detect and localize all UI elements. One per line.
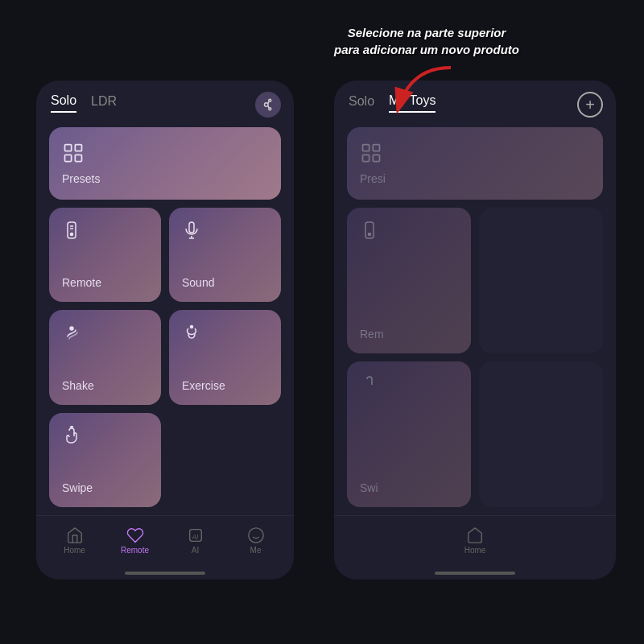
cards-grid: Remote Sound xyxy=(49,208,281,507)
remote-label: Remote xyxy=(62,276,148,289)
remote-icon xyxy=(62,221,148,240)
svg-point-11 xyxy=(71,233,73,236)
nav-ai-label: AI xyxy=(192,546,199,555)
nav-home-right[interactable]: Home xyxy=(342,526,608,555)
shake-icon xyxy=(62,323,148,342)
swipe-card[interactable]: Swipe xyxy=(49,413,161,507)
tooltip-line1: Selecione na parte superior xyxy=(348,26,506,39)
svg-rect-8 xyxy=(65,155,72,161)
nav-me-label: Me xyxy=(250,546,262,555)
exercise-card[interactable]: Exercise xyxy=(169,310,281,404)
scene: Selecione na parte superior para adicion… xyxy=(0,0,644,644)
tooltip-text: Selecione na parte superior para adicion… xyxy=(334,24,519,58)
me-icon xyxy=(247,526,265,545)
presets-card-right[interactable]: Presi xyxy=(347,127,603,200)
svg-rect-28 xyxy=(373,155,379,161)
remote-card[interactable]: Remote xyxy=(49,208,161,302)
svg-point-22 xyxy=(248,528,262,543)
svg-rect-9 xyxy=(75,155,81,161)
remote-icon-right xyxy=(360,221,458,240)
shake-label: Shake xyxy=(62,379,148,392)
swipe-icon-right xyxy=(360,374,458,394)
remote-nav-icon xyxy=(126,526,144,545)
svg-point-3 xyxy=(269,108,271,110)
svg-point-17 xyxy=(70,327,73,330)
home-bar-right xyxy=(435,572,515,575)
presets-label: Presets xyxy=(62,172,100,185)
svg-point-30 xyxy=(369,233,371,236)
svg-point-18 xyxy=(191,325,193,328)
svg-rect-6 xyxy=(65,145,72,151)
exercise-label: Exercise xyxy=(182,379,268,392)
home-bar-left xyxy=(125,572,205,575)
bottom-nav-left: Home Remote AI AI xyxy=(36,515,294,572)
add-product-button[interactable]: + xyxy=(577,92,603,118)
svg-rect-27 xyxy=(363,155,369,161)
sound-label: Sound xyxy=(182,276,268,289)
nav-home-label-right: Home xyxy=(464,546,486,555)
presets-icon-right xyxy=(360,142,382,164)
svg-line-4 xyxy=(268,101,270,104)
svg-point-2 xyxy=(269,99,271,101)
svg-rect-26 xyxy=(373,145,379,151)
nav-remote-label: Remote xyxy=(121,546,149,555)
ai-icon: AI xyxy=(187,526,204,545)
cards-grid-right: Rem Swi xyxy=(347,208,603,507)
remote-label-right: Rem xyxy=(360,328,458,341)
empty-card-right-2 xyxy=(479,361,603,507)
swipe-label-right: Swi xyxy=(360,481,458,494)
arrow-icon xyxy=(386,60,467,124)
tab-ldr-left[interactable]: LDR xyxy=(91,94,117,112)
tooltip-area: Selecione na parte superior para adicion… xyxy=(274,24,580,124)
swipe-label: Swipe xyxy=(62,481,148,494)
tooltip-line2: para adicionar um novo produto xyxy=(334,43,519,56)
swipe-card-right[interactable]: Swi xyxy=(347,361,471,507)
presets-card[interactable]: Presets xyxy=(49,127,281,200)
remote-card-right[interactable]: Rem xyxy=(347,208,471,353)
nav-home[interactable]: Home xyxy=(44,526,105,555)
swipe-icon xyxy=(62,426,148,445)
sound-card[interactable]: Sound xyxy=(169,208,281,302)
main-content-right: Presi Rem xyxy=(334,119,616,515)
svg-text:AI: AI xyxy=(191,534,199,541)
phone-left: Solo LDR xyxy=(36,80,294,580)
sound-icon xyxy=(182,221,268,240)
svg-rect-14 xyxy=(189,222,194,233)
svg-rect-7 xyxy=(75,145,81,151)
tab-solo-left[interactable]: Solo xyxy=(51,93,76,113)
main-content-left: Presets Remote xyxy=(36,119,294,515)
presets-icon xyxy=(62,142,85,164)
svg-rect-25 xyxy=(363,145,369,151)
nav-remote[interactable]: Remote xyxy=(105,526,165,555)
presets-label-right: Presi xyxy=(360,172,386,185)
nav-me[interactable]: Me xyxy=(225,526,286,555)
home-icon-right xyxy=(466,526,484,545)
shake-card[interactable]: Shake xyxy=(49,310,161,404)
bottom-nav-right: Home xyxy=(334,515,616,572)
empty-card-right-1 xyxy=(479,208,603,353)
exercise-icon xyxy=(182,323,268,342)
svg-line-5 xyxy=(268,105,270,108)
phone-right: Solo My Toys + Presi xyxy=(334,80,616,580)
tabs-top-left: Solo LDR xyxy=(36,80,294,119)
nav-ai[interactable]: AI AI xyxy=(165,526,225,555)
home-icon xyxy=(66,526,84,545)
nav-home-label: Home xyxy=(64,546,85,555)
